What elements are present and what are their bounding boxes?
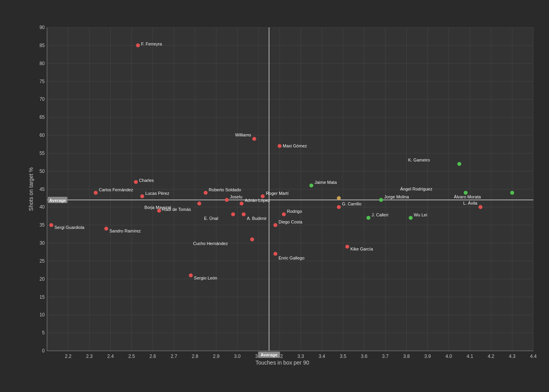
svg-text:85: 85 [40,43,45,48]
svg-point-151 [345,245,349,249]
chart-area: 2.22.32.42.52.62.72.82.93.03.13.23.33.43… [27,24,537,367]
svg-text:0: 0 [42,348,45,354]
svg-text:40: 40 [40,204,45,210]
svg-text:4.3: 4.3 [509,354,516,359]
svg-point-113 [510,191,514,195]
svg-text:Jorge Molina: Jorge Molina [384,194,409,199]
svg-text:3.5: 3.5 [340,354,346,359]
svg-text:4.0: 4.0 [445,354,452,359]
svg-text:3.7: 3.7 [382,354,389,359]
svg-text:50: 50 [40,169,45,174]
svg-text:K. Gameiro: K. Gameiro [408,158,430,162]
svg-point-157 [337,196,341,200]
svg-point-127 [337,205,341,209]
svg-text:Kike García: Kike García [351,247,373,251]
svg-text:Lucas Pérez: Lucas Pérez [145,191,170,196]
svg-point-129 [478,205,482,209]
svg-point-137 [282,212,286,216]
svg-text:3.8: 3.8 [403,354,410,359]
svg-text:Álvaro Morata: Álvaro Morata [454,194,481,199]
svg-text:3.4: 3.4 [319,354,325,359]
svg-text:Rodrigo: Rodrigo [287,209,302,214]
svg-point-107 [94,191,98,195]
svg-text:Average: Average [261,352,278,357]
svg-text:55: 55 [40,151,45,156]
chart-container: 2.22.32.42.52.62.72.82.93.03.13.23.33.43… [0,0,549,392]
svg-text:70: 70 [40,96,45,102]
svg-text:Adrián López: Adrián López [245,198,270,203]
svg-text:45: 45 [40,187,45,192]
svg-text:E. Ünal: E. Ünal [204,216,218,221]
svg-text:L. Ávila: L. Ávila [463,201,478,205]
svg-point-119 [225,198,229,202]
svg-point-143 [273,223,277,227]
svg-text:Roberto Soldado: Roberto Soldado [209,187,241,192]
svg-point-101 [457,162,461,166]
svg-text:2.2: 2.2 [65,354,72,359]
svg-point-105 [309,183,313,187]
svg-text:Roger Martí: Roger Martí [266,191,289,196]
svg-text:Raúl de Tomás: Raúl de Tomás [162,207,191,212]
chart-title [0,0,549,11]
svg-text:2.3: 2.3 [86,354,93,359]
svg-text:15: 15 [40,294,45,300]
svg-text:Charles: Charles [139,178,154,183]
svg-point-145 [104,227,108,230]
svg-text:3.0: 3.0 [234,354,241,359]
svg-text:G. Carrillo: G. Carrillo [342,201,362,206]
svg-text:A. Budimir: A. Budimir [247,216,267,221]
svg-text:Sergio León: Sergio León [194,276,217,280]
svg-text:Shots on target %: Shots on target % [28,167,34,211]
svg-text:Maxi Gómez: Maxi Gómez [283,143,307,148]
svg-point-103 [134,180,138,184]
svg-text:Joselu: Joselu [230,194,242,199]
svg-point-99 [278,144,282,148]
svg-text:80: 80 [40,61,45,66]
svg-text:2.4: 2.4 [107,354,114,359]
svg-point-117 [140,194,144,198]
svg-text:Enric Gallego: Enric Gallego [278,256,304,260]
svg-point-149 [250,238,254,241]
svg-text:3.9: 3.9 [424,354,431,359]
svg-text:2.7: 2.7 [171,354,177,359]
svg-text:Carlos Fernández: Carlos Fernández [99,187,133,192]
svg-point-123 [197,201,201,205]
svg-point-97 [252,137,256,141]
svg-text:65: 65 [40,114,45,120]
svg-text:J. Calleri: J. Calleri [371,212,388,217]
svg-point-95 [136,44,140,47]
svg-text:75: 75 [40,79,45,84]
svg-text:Average: Average [49,198,66,203]
svg-point-125 [240,201,244,205]
svg-text:60: 60 [40,132,45,138]
svg-text:35: 35 [40,222,45,228]
svg-point-133 [231,212,235,216]
svg-text:Cucho Hernández: Cucho Hernández [193,241,228,246]
svg-point-141 [409,216,413,220]
svg-text:30: 30 [40,240,45,246]
svg-text:3.3: 3.3 [298,354,304,359]
svg-point-139 [366,216,370,220]
svg-text:90: 90 [40,25,45,30]
svg-text:Jaime Mata: Jaime Mata [314,180,337,185]
svg-text:4.4: 4.4 [530,354,537,359]
svg-point-131 [157,209,161,213]
svg-point-155 [189,274,193,278]
svg-text:F. Ferreyra: F. Ferreyra [141,42,162,46]
svg-text:5: 5 [42,330,45,336]
svg-text:4.1: 4.1 [467,354,473,359]
svg-text:4.2: 4.2 [488,354,494,359]
svg-text:2.6: 2.6 [149,354,156,359]
svg-text:Sandro Ramírez: Sandro Ramírez [109,229,141,233]
svg-text:3.6: 3.6 [361,354,367,359]
svg-text:Williams: Williams [235,132,251,137]
svg-point-109 [204,191,207,195]
svg-text:2.8: 2.8 [192,354,198,359]
svg-text:Touches in box per 90: Touches in box per 90 [256,359,309,366]
svg-point-153 [273,252,277,256]
svg-text:2.9: 2.9 [213,354,220,359]
svg-text:25: 25 [40,258,45,264]
svg-text:Ángel Rodríguez: Ángel Rodríguez [400,187,433,191]
svg-point-135 [242,212,245,216]
svg-text:10: 10 [40,312,45,318]
